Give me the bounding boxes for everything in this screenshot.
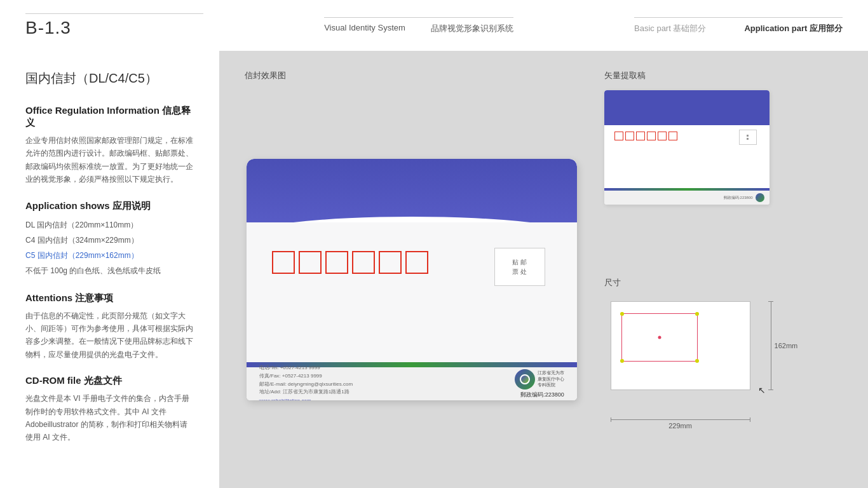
dim-center-dot bbox=[658, 336, 661, 339]
vector-label: 矢量提取稿 bbox=[604, 70, 843, 81]
list-item: C4 国内信封（324mm×229mm） bbox=[25, 233, 194, 248]
envelope-contact: 电话/Tel: +0527-4213 9999 传真/Fax: +0527-42… bbox=[259, 364, 353, 400]
header-right: Basic part 基础部分 Application part 应用部分 bbox=[634, 17, 843, 34]
dim-inner bbox=[621, 313, 698, 362]
dim-right-line: 162mm bbox=[771, 301, 772, 390]
vp-postal-box bbox=[614, 132, 623, 140]
dimension-label: 尺寸 bbox=[604, 277, 843, 288]
list-item: DL 国内信封（220mm×110mm） bbox=[25, 217, 194, 233]
corner-dot-bl bbox=[620, 359, 624, 363]
envelope-label: 信封效果图 bbox=[245, 70, 579, 81]
section-body-cdrom: 光盘文件是本 VI 手册电子文件的集合，内含手册制作时的专用软件格式文件。其中 … bbox=[25, 392, 194, 444]
section-title-regulation: Office Regulation Information 信息释义 bbox=[25, 105, 194, 129]
app-list: DL 国内信封（220mm×110mm） C4 国内信封（324mm×229mm… bbox=[25, 217, 194, 278]
vp-postal-box bbox=[625, 132, 634, 140]
content-cols: 信封效果图 bbox=[245, 70, 843, 469]
postal-box bbox=[325, 251, 348, 274]
main-layout: 国内信封（DL/C4/C5） Office Regulation Informa… bbox=[0, 51, 868, 488]
application-part-label: Application part 应用部分 bbox=[744, 23, 843, 34]
content-area: 信封效果图 bbox=[219, 51, 868, 488]
vis-title: Visual Identity System bbox=[324, 23, 405, 34]
corner-dot-tl bbox=[620, 312, 624, 316]
envelope-section: 信封效果图 bbox=[245, 70, 579, 469]
envelope-wrap: 贴 邮 票 处 电话/Tel: +0527-4213 9999 传真/Fax: … bbox=[245, 90, 579, 469]
dim-v-bottom-tick bbox=[768, 390, 773, 390]
vp-postal-label: 郵政编码:223800 bbox=[724, 195, 753, 201]
postal-code-text: 郵政编码:223800 bbox=[520, 391, 564, 399]
vector-preview: 郵政编码:223800 bbox=[604, 90, 770, 205]
corner-dot-br bbox=[695, 359, 699, 363]
vp-logo-circle bbox=[756, 193, 764, 202]
section-body-regulation: 企业专用信封依照国家邮政管理部门规定，在标准允许的范围内进行设计。邮政编码框、贴… bbox=[25, 134, 194, 186]
section-body-attentions: 由于信息的不确定性，此页部分规范（如文字大小、间距等）可作为参考使用，具体可根据… bbox=[25, 309, 194, 362]
logo-text: 江苏省无为市康复医疗中心专科医院 bbox=[538, 370, 564, 388]
postal-boxes bbox=[272, 251, 428, 274]
basic-part-label: Basic part 基础部分 bbox=[634, 23, 706, 34]
list-item: 不低于 100g 的白色纸、浅色纸或牛皮纸 bbox=[25, 263, 194, 278]
stamp-area: 贴 邮 票 处 bbox=[494, 248, 545, 286]
vp-postal-boxes bbox=[614, 132, 677, 140]
vp-postal-box bbox=[658, 132, 667, 140]
section-title-attentions: Attentions 注意事项 bbox=[25, 292, 194, 304]
website: www.rehabilitation.com bbox=[259, 398, 353, 400]
dim-h-line bbox=[611, 419, 750, 420]
vp-stamp-dot bbox=[747, 138, 749, 140]
vp-postal-box bbox=[668, 132, 677, 140]
envelope-bottom-bar: 电话/Tel: +0527-4213 9999 传真/Fax: +0527-42… bbox=[247, 367, 577, 400]
header-center: Visual Identity System 品牌视觉形象识别系统 bbox=[324, 17, 513, 34]
postal-box bbox=[272, 251, 295, 274]
dim-v-line bbox=[771, 301, 771, 390]
page-code: B-1.3 bbox=[25, 18, 203, 38]
envelope: 贴 邮 票 处 电话/Tel: +0527-4213 9999 传真/Fax: … bbox=[247, 159, 577, 400]
contact-info: 电话/Tel: +0527-4213 9999 传真/Fax: +0527-42… bbox=[259, 364, 353, 396]
corner-dot-tr bbox=[695, 312, 699, 316]
dimension-box-wrap: 162mm 229mm ↖ bbox=[604, 295, 770, 409]
sidebar-title: 国内信封（DL/C4/C5） bbox=[25, 70, 194, 87]
stamp-text-line1: 贴 邮 bbox=[512, 257, 527, 267]
header-left: B-1.3 bbox=[25, 13, 203, 38]
dim-h-left-tick bbox=[611, 417, 611, 422]
postal-box bbox=[405, 251, 428, 274]
vp-postal-box bbox=[636, 132, 645, 140]
postal-box bbox=[379, 251, 402, 274]
postal-box bbox=[352, 251, 375, 274]
section-title-cdrom: CD-ROM file 光盘文件 bbox=[25, 375, 194, 387]
envelope-logo-area: 江苏省无为市康复医疗中心专科医院 郵政编码:223800 bbox=[515, 369, 564, 399]
vp-stamp bbox=[739, 130, 757, 145]
vp-bottom: 郵政编码:223800 bbox=[604, 191, 770, 205]
logo-inner bbox=[520, 374, 530, 384]
header-rule bbox=[25, 13, 203, 14]
dim-h-right-tick bbox=[750, 417, 750, 422]
stamp-text-line2: 票 处 bbox=[512, 267, 527, 276]
vp-postal-box bbox=[647, 132, 656, 140]
right-sections: 矢量提取稿 bbox=[604, 70, 843, 469]
dim-width-label: 229mm bbox=[668, 422, 692, 430]
vis-title-cn: 品牌视觉形象识别系统 bbox=[431, 23, 513, 34]
vp-stamp-dot bbox=[747, 135, 749, 137]
dimension-section: 尺寸 bbox=[604, 277, 843, 469]
dim-height-label: 162mm bbox=[775, 342, 798, 349]
vector-section: 矢量提取稿 bbox=[604, 70, 843, 262]
dim-bottom-line: 229mm bbox=[611, 419, 750, 421]
vp-flap bbox=[604, 90, 770, 125]
dim-outer bbox=[611, 301, 750, 390]
logo-circle bbox=[515, 369, 535, 390]
section-title-application: Application shows 应用说明 bbox=[25, 200, 194, 212]
cursor-icon: ↖ bbox=[758, 385, 766, 395]
sidebar: 国内信封（DL/C4/C5） Office Regulation Informa… bbox=[0, 51, 219, 488]
postal-box bbox=[299, 251, 322, 274]
dim-v-top-tick bbox=[768, 301, 773, 302]
header: B-1.3 Visual Identity System 品牌视觉形象识别系统 … bbox=[0, 0, 868, 51]
list-item-highlight: C5 国内信封（229mm×162mm） bbox=[25, 248, 194, 263]
